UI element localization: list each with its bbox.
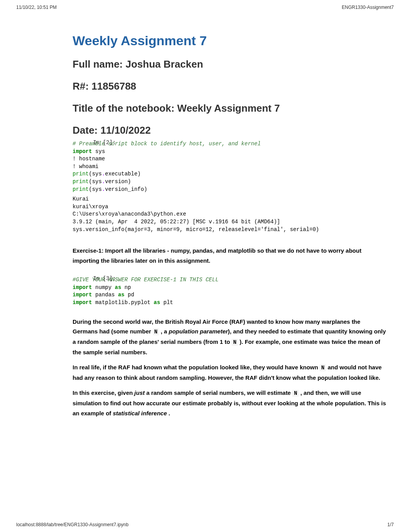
dot: . <box>102 178 105 185</box>
dot: . <box>102 171 105 177</box>
date-heading: Date: 11/10/2022 <box>73 124 387 136</box>
print-footer: localhost:8888/lab/tree/ENGR1330-Assignm… <box>16 522 394 527</box>
story-para-2: In real life, if the RAF had known what … <box>73 362 387 382</box>
paren: ) <box>128 178 131 185</box>
notebook-title-heading: Title of the notebook: Weekly Assignment… <box>73 102 387 114</box>
module-sys: sys <box>92 148 105 155</box>
text: a random sample of serial numbers, we wi… <box>145 389 293 396</box>
story-text: During the second world war, the British… <box>73 312 387 428</box>
term-population-parameter: population parameter <box>169 328 228 335</box>
story-para-3: In this exercise, given just a random sa… <box>73 388 387 418</box>
sys: sys <box>92 186 102 192</box>
attr-executable: executable <box>105 171 137 177</box>
text: In real life, if the RAF had known what … <box>73 364 320 371</box>
output-block-2: Kurai kurai\xroya C:\Users\xroya\anacond… <box>73 194 387 236</box>
fn-print: print <box>73 171 89 177</box>
output-line: kurai\xroya <box>73 204 108 210</box>
module-pandas: pandas <box>92 292 118 298</box>
output-line: C:\Users\xroya\anaconda3\python.exe <box>73 211 186 217</box>
var-N: N <box>292 390 298 397</box>
footer-url: localhost:8888/lab/tree/ENGR1330-Assignm… <box>16 522 129 527</box>
print-timestamp: 11/10/22, 10:51 PM <box>16 5 57 10</box>
page-title: Weekly Assignment 7 <box>73 33 387 48</box>
exercise-1-text: Exercise-1: Import all the libraries - n… <box>73 241 387 275</box>
text: . <box>167 410 170 416</box>
text: In this exercise, given <box>73 389 134 396</box>
dot: . <box>102 186 105 192</box>
kw-as: as <box>118 292 125 298</box>
code-block-2: # Preamble script block to identify host… <box>73 139 387 194</box>
output-line: 3.9.12 (main, Apr 4 2022, 05:22:27) [MSC… <box>73 219 280 225</box>
cmd-hostname: hostname <box>76 156 105 162</box>
full-name-heading: Full name: Joshua Bracken <box>73 58 387 70</box>
kw-as: as <box>115 284 121 291</box>
var-N: N <box>153 328 159 335</box>
code-cell-2: In [2]: # Preamble script block to ident… <box>46 139 387 236</box>
term-statistical-inference: statistical inference <box>113 410 167 416</box>
attr-version: version <box>105 178 128 185</box>
kw-import: import <box>73 292 92 298</box>
cmd-whoami: whoami <box>76 163 98 170</box>
text: , a <box>159 328 169 335</box>
kw-import: import <box>73 284 92 291</box>
sys: sys <box>92 171 102 177</box>
output-line: Kurai <box>73 196 89 202</box>
footer-page: 1/7 <box>387 522 394 527</box>
code-block-3: #GIVE YOUR ANSWER FOR EXERCISE-1 IN THIS… <box>73 275 387 307</box>
module-matplotlib: matplotlib.pyplot <box>92 299 154 306</box>
print-doc-title: ENGR1330-Assignment7 <box>342 5 394 10</box>
var-N: N <box>320 364 326 371</box>
attr-version-info: version_info <box>105 186 144 192</box>
sys: sys <box>92 178 102 185</box>
exercise-1-paragraph: Exercise-1: Import all the libraries - n… <box>73 246 387 265</box>
cell-prompt-2: In [2]: <box>89 139 116 146</box>
paren: ) <box>144 186 147 192</box>
kw-import: import <box>73 299 92 306</box>
alias-pd: pd <box>124 292 134 298</box>
fn-print: print <box>73 186 89 192</box>
output-line: sys.version_info(major=3, minor=9, micro… <box>73 226 319 233</box>
var-N: N <box>232 339 238 346</box>
cell-prompt-3: In [3]: <box>89 275 116 282</box>
r-number-heading: R#: 11856788 <box>73 80 387 92</box>
term-just: just <box>134 389 145 396</box>
module-numpy: numpy <box>92 284 115 291</box>
code-cell-3: In [3]: #GIVE YOUR ANSWER FOR EXERCISE-1… <box>46 275 387 307</box>
kw-as: as <box>154 299 160 306</box>
story-para-1: During the second world war, the British… <box>73 317 387 357</box>
paren: ) <box>137 171 141 177</box>
kw-import: import <box>73 148 92 155</box>
print-header: 11/10/22, 10:51 PM ENGR1330-Assignment7 <box>0 0 410 10</box>
notebook-content: Weekly Assignment 7 Full name: Joshua Br… <box>0 10 410 428</box>
alias-plt: plt <box>160 299 173 306</box>
alias-np: np <box>121 284 131 291</box>
fn-print: print <box>73 178 89 185</box>
